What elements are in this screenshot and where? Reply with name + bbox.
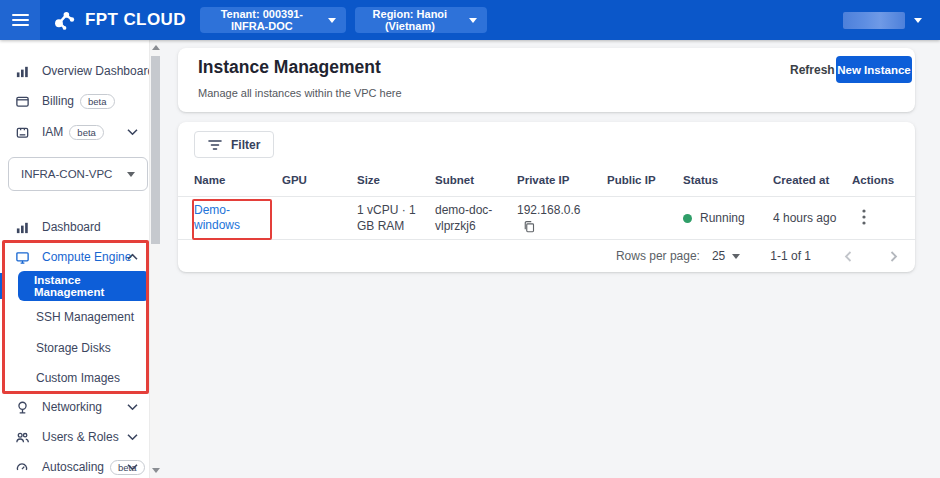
rows-per-page-label: Rows per page: (616, 249, 700, 263)
sidebar-item-iam[interactable]: IAM beta (0, 119, 148, 145)
region-selector-label: Region: Hanoi (Vietnam) (365, 8, 455, 32)
user-menu-caret-icon[interactable] (914, 18, 922, 23)
cell-subnet: demo-doc-vlprzkj6 (435, 202, 517, 234)
scroll-down-arrow-icon[interactable] (152, 468, 160, 473)
copy-ip-button[interactable] (523, 220, 535, 233)
sidebar-item-networking[interactable]: Networking (0, 394, 148, 420)
sidebar-item-label: Dashboard (42, 220, 101, 234)
sidebar-item-label: SSH Management (36, 310, 134, 324)
brand: FPT CLOUD (52, 7, 186, 33)
chevron-down-icon (127, 129, 138, 136)
pagination-range-label: 1-1 of 1 (770, 249, 811, 263)
sidebar-item-billing[interactable]: Billing beta (0, 88, 148, 114)
table-header-row: Name GPU Size Subnet Private IP Public I… (178, 164, 915, 197)
sidebar-item-ssh-management[interactable]: SSH Management (0, 304, 148, 330)
table-row: Demo-windows 1 vCPU · 1 GB RAM demo-doc-… (178, 197, 915, 240)
instance-name-link[interactable]: Demo-windows (194, 203, 250, 233)
page-header-card: Instance Management Manage all instances… (178, 48, 915, 112)
sidebar-item-label: Billing (42, 94, 74, 108)
scroll-up-arrow-icon[interactable] (152, 45, 160, 50)
monitor-icon (14, 249, 30, 265)
column-header-status: Status (683, 174, 773, 186)
app-root: FPT CLOUD Tenant: 000391-INFRA-DOC Regio… (0, 0, 940, 478)
chevron-down-icon (127, 464, 138, 471)
next-page-button[interactable] (886, 248, 901, 265)
filter-lines-icon (208, 139, 222, 151)
column-header-size: Size (357, 174, 435, 186)
sidebar-item-overview-dashboard[interactable]: Overview Dashboard (0, 58, 148, 84)
people-icon (14, 429, 30, 445)
sidebar-item-label: Autoscaling (42, 460, 104, 474)
cell-actions (852, 207, 899, 230)
wallet-icon (14, 93, 30, 109)
chevron-down-icon (732, 254, 740, 259)
beta-badge: beta (80, 94, 115, 109)
column-header-public-ip: Public IP (607, 174, 683, 186)
chevron-down-icon (127, 404, 138, 411)
rows-per-page-value: 25 (712, 249, 725, 263)
sidebar-item-storage-disks[interactable]: Storage Disks (0, 335, 148, 361)
vpc-selector[interactable]: INFRA-CON-VPC (8, 157, 148, 191)
table-pagination: Rows per page: 25 1-1 of 1 (178, 240, 915, 272)
status-running-dot-icon (683, 214, 692, 223)
menu-icon (12, 14, 29, 16)
sidebar-item-users-roles[interactable]: Users & Roles (0, 424, 148, 450)
cell-size: 1 vCPU · 1 GB RAM (357, 202, 435, 234)
new-instance-button[interactable]: New Instance (836, 56, 912, 83)
sidebar-item-custom-images[interactable]: Custom Images (0, 365, 148, 391)
sidebar-item-instance-management[interactable]: Instance Management (18, 271, 150, 301)
brand-text: FPT CLOUD (85, 10, 186, 30)
chevron-down-icon (127, 172, 135, 177)
cell-private-ip: 192.168.0.6 (517, 203, 607, 233)
sidebar-item-dashboard[interactable]: Dashboard (0, 214, 148, 240)
scrollbar-thumb[interactable] (151, 56, 160, 244)
sidebar-item-label: Users & Roles (42, 430, 119, 444)
column-header-name: Name (194, 174, 282, 186)
beta-badge: beta (69, 125, 104, 140)
sidebar-item-autoscaling[interactable]: Autoscaling beta (0, 454, 148, 478)
rows-per-page-select[interactable]: 25 (712, 249, 740, 263)
hamburger-menu-button[interactable] (0, 0, 40, 40)
column-header-private-ip: Private IP (517, 174, 607, 186)
sidebar-item-label: Networking (42, 400, 102, 414)
sidebar-item-label: Instance Management (34, 274, 150, 298)
filter-button[interactable]: Filter (194, 131, 274, 158)
filter-button-label: Filter (231, 138, 260, 152)
topbar-user-area (843, 12, 922, 29)
sidebar-item-compute-engine[interactable]: Compute Engine (0, 244, 148, 270)
sidebar-item-label: Overview Dashboard (42, 64, 154, 78)
cell-name: Demo-windows (194, 203, 282, 233)
region-selector[interactable]: Region: Hanoi (Vietnam) (355, 7, 487, 33)
gauge-icon (14, 459, 30, 475)
id-badge-icon (14, 124, 30, 140)
previous-page-button[interactable] (841, 248, 856, 265)
column-header-subnet: Subnet (435, 174, 517, 186)
bar-chart-icon (14, 219, 30, 235)
column-header-created-at: Created at (773, 174, 852, 186)
page-subtitle: Manage all instances within the VPC here (198, 87, 402, 99)
topbar: FPT CLOUD Tenant: 000391-INFRA-DOC Regio… (0, 0, 940, 40)
cell-status: Running (683, 211, 773, 225)
globe-stand-icon (14, 399, 30, 415)
page-title: Instance Management (198, 57, 381, 78)
active-item-indicator (0, 273, 5, 299)
sidebar: Overview Dashboard Billing beta IAM beta… (0, 40, 160, 478)
fpt-cloud-logo-icon (52, 7, 78, 33)
instance-table-card: Filter Name GPU Size Subnet Private IP P… (178, 122, 915, 272)
sidebar-item-label: Compute Engine (42, 250, 131, 264)
tenant-selector-label: Tenant: 000391-INFRA-DOC (210, 8, 314, 32)
user-account-redacted[interactable] (843, 12, 905, 29)
status-label: Running (700, 211, 745, 225)
refresh-button[interactable]: Refresh (786, 61, 839, 79)
tenant-selector[interactable]: Tenant: 000391-INFRA-DOC (200, 7, 346, 33)
chevron-up-icon (127, 254, 138, 261)
sidebar-item-label: Custom Images (36, 371, 120, 385)
row-actions-menu-button[interactable] (856, 207, 872, 230)
sidebar-scrollbar[interactable] (149, 40, 160, 478)
main-content: Instance Management Manage all instances… (160, 40, 940, 478)
kebab-menu-icon (862, 209, 866, 225)
chevron-right-icon (888, 250, 899, 263)
vpc-selector-value: INFRA-CON-VPC (21, 168, 112, 180)
chevron-down-icon (469, 18, 477, 23)
column-header-actions: Actions (852, 174, 899, 186)
